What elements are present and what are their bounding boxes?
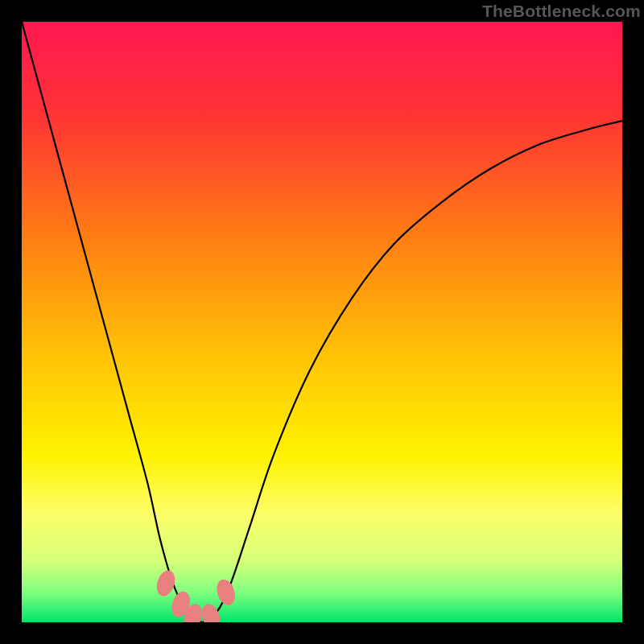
bottleneck-chart	[22, 22, 622, 622]
attribution-text: TheBottleneck.com	[482, 2, 641, 21]
chart-stage: TheBottleneck.com	[0, 0, 644, 644]
plot-area	[22, 22, 622, 622]
gradient-background	[22, 22, 622, 622]
